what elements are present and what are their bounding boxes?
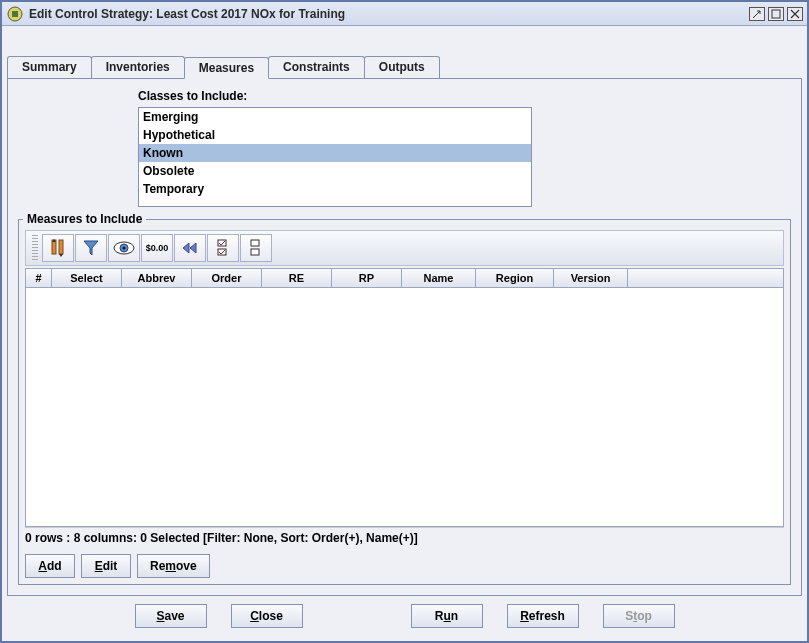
- sort-icon[interactable]: [42, 234, 74, 262]
- detach-window-icon[interactable]: [749, 7, 765, 21]
- class-item[interactable]: Emerging: [139, 108, 531, 126]
- tab-panel: Classes to Include: Emerging Hypothetica…: [7, 78, 802, 596]
- col-abbrev[interactable]: Abbrev: [122, 269, 192, 287]
- close-window-icon[interactable]: [787, 7, 803, 21]
- table-body[interactable]: [25, 288, 784, 527]
- deselect-all-icon[interactable]: [240, 234, 272, 262]
- bottom-bar: Save Close Run Refresh Stop: [7, 596, 802, 636]
- reset-icon[interactable]: [174, 234, 206, 262]
- class-item[interactable]: Hypothetical: [139, 126, 531, 144]
- table-header: # Select Abbrev Order RE RP Name Region …: [25, 268, 784, 288]
- col-rp[interactable]: RP: [332, 269, 402, 287]
- tab-constraints[interactable]: Constraints: [268, 56, 365, 78]
- select-all-icon[interactable]: [207, 234, 239, 262]
- tab-measures[interactable]: Measures: [184, 57, 269, 79]
- svg-point-7: [123, 247, 126, 250]
- tab-outputs[interactable]: Outputs: [364, 56, 440, 78]
- run-button[interactable]: Run: [411, 604, 483, 628]
- tab-summary[interactable]: Summary: [7, 56, 92, 78]
- col-number[interactable]: #: [26, 269, 52, 287]
- class-item[interactable]: Temporary: [139, 180, 531, 198]
- class-item[interactable]: Obsolete: [139, 162, 531, 180]
- col-name[interactable]: Name: [402, 269, 476, 287]
- col-region[interactable]: Region: [476, 269, 554, 287]
- edit-button[interactable]: Edit: [81, 554, 131, 578]
- save-button[interactable]: Save: [135, 604, 207, 628]
- toolbar-handle[interactable]: [32, 235, 38, 261]
- col-re[interactable]: RE: [262, 269, 332, 287]
- format-icon[interactable]: $0.00: [141, 234, 173, 262]
- classes-label: Classes to Include:: [138, 89, 791, 103]
- window-frame: Edit Control Strategy: Least Cost 2017 N…: [0, 0, 809, 643]
- col-order[interactable]: Order: [192, 269, 262, 287]
- measures-fieldset: Measures to Include: [18, 219, 791, 585]
- col-select[interactable]: Select: [52, 269, 122, 287]
- filter-icon[interactable]: [75, 234, 107, 262]
- content-area: Summary Inventories Measures Constraints…: [2, 26, 807, 641]
- svg-rect-4: [59, 240, 63, 254]
- maximize-window-icon[interactable]: [768, 7, 784, 21]
- svg-rect-11: [251, 249, 259, 255]
- classes-list[interactable]: Emerging Hypothetical Known Obsolete Tem…: [138, 107, 532, 207]
- svg-rect-3: [52, 240, 56, 254]
- class-item[interactable]: Known: [139, 144, 531, 162]
- stop-button: Stop: [603, 604, 675, 628]
- add-button[interactable]: Add: [25, 554, 75, 578]
- remove-button[interactable]: Remove: [137, 554, 210, 578]
- crud-row: Add Edit Remove: [25, 554, 784, 578]
- close-button[interactable]: Close: [231, 604, 303, 628]
- measures-legend: Measures to Include: [23, 212, 146, 226]
- tabs-row: Summary Inventories Measures Constraints…: [7, 56, 802, 78]
- svg-rect-1: [12, 11, 18, 17]
- svg-rect-2: [772, 10, 780, 18]
- titlebar: Edit Control Strategy: Least Cost 2017 N…: [2, 2, 807, 26]
- format-label: $0.00: [146, 243, 169, 253]
- svg-rect-10: [251, 240, 259, 246]
- col-version[interactable]: Version: [554, 269, 628, 287]
- view-icon[interactable]: [108, 234, 140, 262]
- measures-toolbar: $0.00: [25, 230, 784, 266]
- app-icon: [6, 5, 24, 23]
- refresh-button[interactable]: Refresh: [507, 604, 579, 628]
- window-title: Edit Control Strategy: Least Cost 2017 N…: [29, 7, 345, 21]
- table-status: 0 rows : 8 columns: 0 Selected [Filter: …: [25, 527, 784, 548]
- tab-inventories[interactable]: Inventories: [91, 56, 185, 78]
